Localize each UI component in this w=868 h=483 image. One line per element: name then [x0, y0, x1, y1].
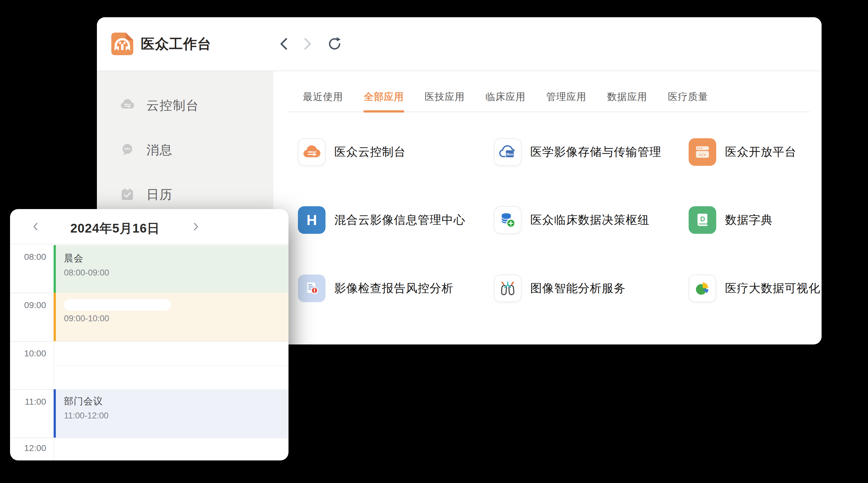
lungs-icon [494, 275, 522, 302]
time-label: 10:00 [10, 349, 46, 359]
letter-h-icon: H [298, 206, 326, 234]
calendar-next-button chevron-right-icon[interactable] [189, 220, 203, 233]
event-time: 09:00-10:00 [64, 314, 288, 323]
svg-text:Mos: Mos [506, 152, 513, 156]
hour-line [10, 438, 288, 438]
app-label: 医疗大数据可视化 [725, 281, 820, 296]
sidebar-item-label: 云控制台 [147, 97, 199, 114]
database-plus-icon [494, 206, 522, 234]
app-logo-icon [111, 33, 133, 55]
event-title: 晨会 [64, 252, 288, 265]
app-grid: 医众云控制台 Mos 医学影像存储与传输管理 [274, 71, 822, 344]
stage: 医众工作台 [0, 0, 868, 483]
forward-button chevron-right-icon[interactable] [299, 36, 315, 52]
app-clinical-data-hub[interactable]: 医众临床数据决策枢纽 [494, 206, 649, 234]
calendar-prev-button chevron-left-icon[interactable] [29, 220, 43, 233]
app-label: 医众开放平台 [725, 144, 797, 160]
svg-text:D: D [700, 215, 705, 223]
svg-text:</>: </> [699, 152, 706, 157]
report-alert-icon [298, 275, 326, 302]
sidebar-item-label: 日历 [147, 186, 173, 203]
event-department-meeting[interactable]: 部门会议 11:00-12:00 [54, 389, 288, 438]
app-label: 混合云影像信息管理中心 [334, 212, 465, 228]
app-label: 图像智能分析服务 [530, 281, 626, 296]
code-window-icon: </> [689, 138, 716, 166]
tile-letter: H [306, 212, 317, 228]
app-cloud-console[interactable]: 医众云控制台 [298, 138, 406, 166]
calendar-check-icon [120, 187, 134, 201]
redacted-event-title [64, 299, 171, 311]
event-time: 11:00-12:00 [64, 411, 288, 421]
content-area: 最近使用 全部应用 医技应用 临床应用 管理应用 数据应用 医疗质量 [274, 71, 822, 344]
app-label: 数据字典 [725, 212, 773, 228]
app-open-platform[interactable]: </> 医众开放平台 [689, 138, 797, 166]
app-label: 影像检查报告风控分析 [334, 281, 454, 296]
nav-controls [277, 36, 342, 52]
time-label: 12:00 [10, 443, 46, 453]
calendar-day-grid: 08:00 09:00 10:00 11:00 12:00 晨会 08:00-0… [10, 245, 288, 460]
app-big-data-visualization[interactable]: 医疗大数据可视化 [689, 275, 820, 302]
back-button chevron-left-icon[interactable] [277, 36, 292, 52]
cloud-sliders-icon [298, 138, 326, 166]
app-data-dictionary[interactable]: D 数据字典 [689, 206, 773, 234]
sidebar-item-cloud-console[interactable]: 云控制台 [97, 96, 274, 115]
dictionary-book-icon: D [689, 206, 716, 234]
window-header: 医众工作台 [97, 17, 822, 71]
calendar-panel: 2024年5月16日 08:00 09:00 10:00 11:00 12:00… [10, 209, 288, 460]
time-label: 11:00 [10, 397, 46, 407]
sidebar-item-calendar[interactable]: 日历 [97, 185, 274, 203]
message-bubble-icon [120, 142, 134, 157]
cloud-sliders-icon [120, 98, 134, 112]
app-hybrid-cloud-imaging[interactable]: H 混合云影像信息管理中心 [298, 206, 465, 234]
app-label: 医众临床数据决策枢纽 [530, 212, 649, 228]
hour-line [10, 341, 288, 342]
window-title: 医众工作台 [141, 35, 211, 53]
event-redacted[interactable]: 09:00-10:00 [54, 293, 288, 341]
half-hour-line [54, 365, 288, 366]
time-label: 08:00 [10, 252, 46, 262]
event-title: 部门会议 [64, 395, 288, 408]
calendar-header: 2024年5月16日 [10, 209, 288, 245]
refresh-button refresh-icon[interactable] [327, 36, 342, 52]
app-image-ai-analysis[interactable]: 图像智能分析服务 [494, 275, 626, 302]
sidebar-item-label: 消息 [147, 141, 173, 159]
sidebar-item-messages[interactable]: 消息 [97, 141, 274, 159]
pie-chart-icon [689, 275, 716, 302]
app-label: 医学影像存储与传输管理 [530, 144, 661, 160]
mos-cloud-icon: Mos [494, 138, 522, 166]
event-morning-meeting[interactable]: 晨会 08:00-09:00 [54, 245, 288, 293]
time-label: 09:00 [10, 300, 46, 310]
app-image-storage-transfer[interactable]: Mos 医学影像存储与传输管理 [494, 138, 661, 166]
event-time: 08:00-09:00 [64, 268, 288, 278]
calendar-date: 2024年5月16日 [54, 220, 176, 237]
app-report-risk-analysis[interactable]: 影像检查报告风控分析 [298, 275, 454, 302]
app-label: 医众云控制台 [334, 144, 406, 160]
